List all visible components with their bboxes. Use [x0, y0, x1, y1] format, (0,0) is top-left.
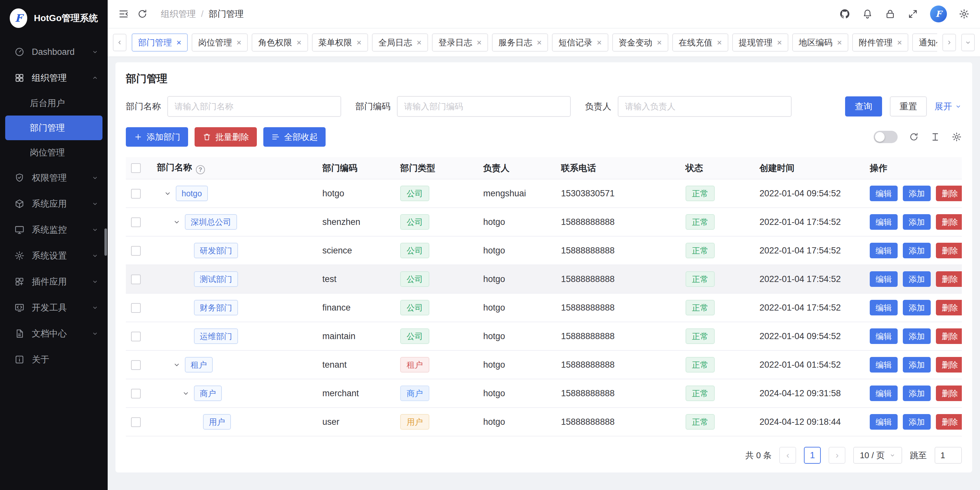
- dept-name-tag[interactable]: 研发部门: [194, 243, 238, 258]
- sidebar-subitem-dept-manage[interactable]: 部门管理: [5, 115, 102, 140]
- expand-row-icon[interactable]: [172, 361, 181, 369]
- table-row-maintain[interactable]: 运维部门 maintain 公司 hotgo 15888888888 正常 20…: [126, 322, 962, 351]
- row-checkbox[interactable]: [131, 246, 141, 256]
- dept-name-tag[interactable]: 用户: [203, 414, 231, 429]
- sidebar-subitem-backend-user[interactable]: 后台用户: [5, 91, 102, 115]
- table-row-hotgo[interactable]: hotgo hotgo 公司 mengshuai 15303830571 正常 …: [126, 179, 962, 207]
- lock-screen-icon[interactable]: [885, 8, 896, 19]
- tab-9[interactable]: 在线充值 ×: [672, 34, 729, 52]
- reload-table-icon[interactable]: [908, 132, 919, 142]
- app-logo[interactable]: F HotGo管理系统: [0, 0, 108, 36]
- table-row-user[interactable]: 用户 user 用户 hotgo 15888888888 正常 2024-04-…: [126, 408, 962, 436]
- tab-close-icon[interactable]: ×: [897, 38, 902, 47]
- delete-row-button[interactable]: 删除: [936, 386, 962, 401]
- refresh-page-icon[interactable]: [137, 8, 148, 19]
- dept-name-tag[interactable]: 财务部门: [194, 300, 238, 315]
- settings-gear-icon[interactable]: [959, 8, 970, 19]
- add-row-button[interactable]: 添加: [903, 414, 931, 429]
- row-checkbox[interactable]: [131, 389, 141, 399]
- sidebar-item-plugin-app[interactable]: 插件应用: [0, 269, 108, 295]
- tab-close-icon[interactable]: ×: [837, 38, 842, 47]
- add-row-button[interactable]: 添加: [903, 357, 931, 372]
- edit-row-button[interactable]: 编辑: [870, 300, 897, 315]
- tabs-menu-button[interactable]: [961, 34, 975, 51]
- sidebar-item-organization[interactable]: 组织管理: [0, 65, 108, 91]
- add-row-button[interactable]: 添加: [903, 300, 931, 315]
- tab-1[interactable]: 岗位管理 ×: [192, 34, 248, 52]
- sidebar-item-system-app[interactable]: 系统应用: [0, 191, 108, 217]
- sidebar-item-about[interactable]: 关于: [0, 346, 108, 372]
- expand-row-icon[interactable]: [164, 189, 172, 198]
- tab-11[interactable]: 地区编码 ×: [792, 34, 848, 52]
- edit-row-button[interactable]: 编辑: [870, 386, 897, 401]
- row-checkbox[interactable]: [131, 417, 141, 427]
- dept-name-tag[interactable]: 测试部门: [194, 271, 238, 287]
- dept-name-tag[interactable]: 租户: [185, 357, 213, 372]
- dept-name-tag[interactable]: 深圳总公司: [185, 214, 237, 230]
- delete-row-button[interactable]: 删除: [936, 300, 962, 315]
- tab-close-icon[interactable]: ×: [236, 38, 241, 47]
- column-settings-icon[interactable]: [951, 132, 962, 142]
- fullscreen-icon[interactable]: [907, 8, 918, 19]
- table-row-tenant[interactable]: 租户 tenant 租户 hotgo 15888888888 正常 2022-0…: [126, 351, 962, 379]
- toggle-switch[interactable]: [873, 131, 897, 143]
- edit-row-button[interactable]: 编辑: [870, 186, 897, 201]
- delete-row-button[interactable]: 删除: [936, 329, 962, 344]
- tab-13[interactable]: 通知公告 ×: [912, 34, 937, 52]
- sidebar-scrollbar[interactable]: [104, 228, 107, 256]
- tab-6[interactable]: 服务日志 ×: [492, 34, 548, 52]
- expand-row-icon[interactable]: [181, 389, 190, 397]
- tab-5[interactable]: 登录日志 ×: [432, 34, 488, 52]
- row-height-icon[interactable]: [930, 132, 940, 142]
- help-icon[interactable]: ?: [196, 165, 205, 174]
- tab-close-icon[interactable]: ×: [537, 38, 542, 47]
- add-row-button[interactable]: 添加: [903, 386, 931, 401]
- add-dept-button[interactable]: 添加部门: [126, 127, 188, 147]
- edit-row-button[interactable]: 编辑: [870, 243, 897, 258]
- github-icon[interactable]: [839, 8, 850, 19]
- batch-delete-button[interactable]: 批量删除: [194, 127, 257, 147]
- current-page-button[interactable]: 1: [804, 447, 821, 464]
- sidebar-item-system-monitor[interactable]: 系统监控: [0, 217, 108, 243]
- delete-row-button[interactable]: 删除: [936, 271, 962, 287]
- edit-row-button[interactable]: 编辑: [870, 329, 897, 344]
- tab-close-icon[interactable]: ×: [657, 38, 662, 47]
- dept-code-input[interactable]: [397, 96, 571, 117]
- table-row-merchant[interactable]: 商户 merchant 商户 hotgo 15888888888 正常 2024…: [126, 379, 962, 408]
- sidebar-item-doc-center[interactable]: 文档中心: [0, 321, 108, 346]
- tab-close-icon[interactable]: ×: [597, 38, 601, 47]
- tab-close-icon[interactable]: ×: [417, 38, 422, 47]
- next-page-button[interactable]: ›: [829, 447, 845, 464]
- edit-row-button[interactable]: 编辑: [870, 214, 897, 230]
- tab-4[interactable]: 全局日志 ×: [372, 34, 428, 52]
- edit-row-button[interactable]: 编辑: [870, 357, 897, 372]
- row-checkbox[interactable]: [131, 189, 141, 199]
- delete-row-button[interactable]: 删除: [936, 357, 962, 372]
- tab-close-icon[interactable]: ×: [717, 38, 722, 47]
- tab-2[interactable]: 角色权限 ×: [251, 34, 308, 52]
- edit-row-button[interactable]: 编辑: [870, 414, 897, 429]
- row-checkbox[interactable]: [131, 217, 141, 227]
- tab-close-icon[interactable]: ×: [477, 38, 482, 47]
- breadcrumb-parent[interactable]: 组织管理: [161, 8, 196, 20]
- tab-close-icon[interactable]: ×: [177, 38, 181, 47]
- table-row-science[interactable]: 研发部门 science 公司 hotgo 15888888888 正常 202…: [126, 236, 962, 265]
- sidebar-item-system-setting[interactable]: 系统设置: [0, 243, 108, 269]
- add-row-button[interactable]: 添加: [903, 214, 931, 230]
- tabs-scroll-right-button[interactable]: [942, 34, 956, 51]
- delete-row-button[interactable]: 删除: [936, 186, 962, 201]
- leader-input[interactable]: [618, 96, 792, 117]
- tab-close-icon[interactable]: ×: [296, 38, 301, 47]
- reset-button[interactable]: 重置: [890, 96, 927, 117]
- collapse-all-button[interactable]: 全部收起: [263, 127, 326, 147]
- sidebar-item-permission[interactable]: 权限管理: [0, 165, 108, 191]
- sidebar-item-dev-tools[interactable]: 开发工具: [0, 295, 108, 321]
- add-row-button[interactable]: 添加: [903, 271, 931, 287]
- sidebar-subitem-post-manage[interactable]: 岗位管理: [5, 140, 102, 165]
- dept-name-tag[interactable]: 商户: [194, 386, 222, 401]
- query-button[interactable]: 查询: [845, 96, 882, 117]
- page-size-select[interactable]: 10 / 页: [853, 447, 902, 464]
- menu-fold-icon[interactable]: [118, 8, 129, 19]
- tab-12[interactable]: 附件管理 ×: [852, 34, 908, 52]
- expand-row-icon[interactable]: [172, 218, 181, 226]
